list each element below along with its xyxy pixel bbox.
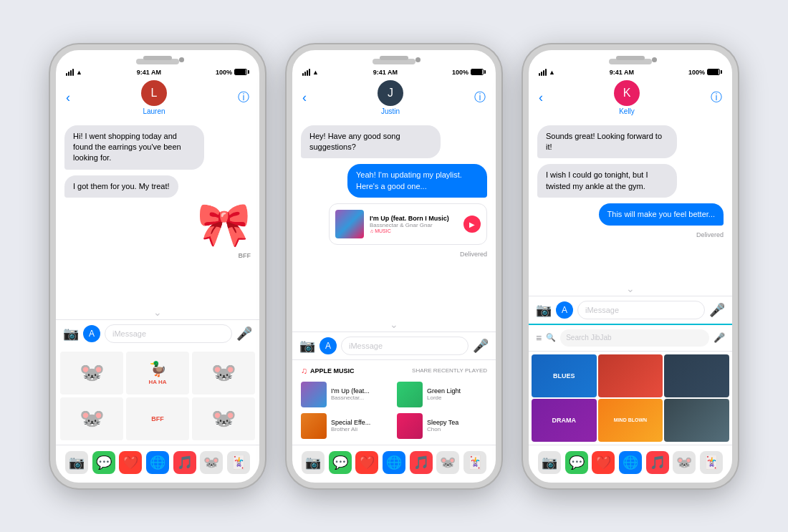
info-button-3[interactable]: ⓘ [711, 90, 722, 105]
message-input-1[interactable]: iMessage [105, 324, 232, 343]
app-dock-1: 📷 💬 ❤️ 🌐 🎵 🐭 🃏 [56, 445, 259, 483]
apps-icon-2[interactable]: A [319, 337, 337, 354]
dock-icon-msg-3[interactable]: 💬 [565, 451, 588, 474]
music-item-thumb-1 [397, 382, 423, 407]
jibjab-cell-1[interactable] [598, 354, 663, 397]
camera-icon-3[interactable]: 📷 [536, 302, 552, 318]
message-input-2[interactable]: iMessage [341, 337, 469, 355]
music-item-0[interactable]: I'm Up (feat... Bassnectar... [301, 382, 391, 407]
jibjab-cell-blues[interactable]: BLUES [532, 354, 597, 397]
contact-avatar-1[interactable]: L Lauren [141, 80, 167, 115]
jibjab-cell-2[interactable] [664, 354, 729, 397]
sticker-cell-3[interactable]: 🐭 [192, 352, 255, 395]
music-item-title-1: Green Light [427, 387, 487, 395]
apps-label-2: A [325, 341, 331, 351]
dock-icon-globe-2[interactable]: 🌐 [383, 451, 405, 474]
wifi-icon-2: ▲ [312, 69, 319, 76]
music-item-artist-3: Chon [427, 426, 487, 432]
avatar-image-2: J [378, 80, 403, 106]
dock-icon-jibjab-2[interactable]: 🃏 [463, 451, 486, 474]
signal-bars-2 [302, 69, 310, 76]
music-item-2[interactable]: Special Effe... Brother Ali [301, 413, 391, 439]
input-placeholder-1: iMessage [112, 329, 146, 338]
dock-icon-mickey-2[interactable]: 🐭 [436, 451, 459, 474]
sticker-cell-2[interactable]: 🦆 HA HA [126, 352, 189, 395]
jibjab-mic-icon[interactable]: 🎤 [713, 332, 725, 343]
dock-icon-msg-1[interactable]: 💬 [92, 451, 115, 474]
dock-icon-camera-1[interactable]: 📷 [65, 451, 88, 474]
mic-icon-2[interactable]: 🎤 [473, 338, 489, 354]
music-item-3[interactable]: Sleepy Tea Chon [397, 413, 487, 439]
phone-lauren: ▲ 9:41 AM 100% ‹ L Lauren ⓘ Hi! I went s… [50, 44, 265, 488]
music-item-artist-1: Lorde [427, 395, 487, 401]
dock-icon-red-3[interactable]: ❤️ [592, 451, 615, 474]
dock-icon-music-2[interactable]: 🎵 [410, 451, 433, 474]
sticker-cell-1[interactable]: 🐭 [60, 352, 123, 395]
apps-icon-3[interactable]: A [556, 301, 573, 319]
delivered-label-3: Delivered [696, 231, 724, 238]
back-button-3[interactable]: ‹ [539, 90, 543, 105]
music-panel-header: ♫ APPLE MUSIC SHARE RECENTLY PLAYED [292, 360, 496, 379]
camera-icon-2[interactable]: 📷 [299, 338, 315, 354]
dock-icon-music-1[interactable]: 🎵 [173, 451, 196, 474]
battery-icon [234, 69, 249, 75]
back-button-2[interactable]: ‹ [302, 90, 307, 105]
dock-icon-jibjab-3[interactable]: 🃏 [700, 451, 723, 474]
info-button-1[interactable]: ⓘ [238, 90, 249, 105]
mic-icon-1[interactable]: 🎤 [236, 326, 252, 342]
message-received-2a: Hey! Have any good song suggestions? [301, 125, 441, 159]
dock-icon-mickey-1[interactable]: 🐭 [200, 451, 223, 474]
phone-speaker [143, 56, 172, 60]
avatar-image-1: L [141, 80, 167, 106]
jibjab-cell-mindblown[interactable]: MIND BLOWN [598, 399, 663, 442]
dock-icon-globe-3[interactable]: 🌐 [619, 451, 642, 474]
sticker-cell-5[interactable]: BFF [126, 397, 189, 440]
dock-icon-globe-1[interactable]: 🌐 [146, 451, 169, 474]
music-card-2[interactable]: I'm Up (feat. Born I Music) Bassnectar &… [329, 203, 487, 245]
music-play-button[interactable]: ▶ [463, 216, 481, 233]
music-item-1[interactable]: Green Light Lorde [397, 382, 487, 407]
nav-bar-2: ‹ J Justin ⓘ [292, 77, 496, 120]
dock-icon-jibjab-1[interactable]: 🃏 [227, 451, 250, 474]
jibjab-cell-5[interactable] [664, 399, 729, 442]
avatar-image-3: K [614, 80, 640, 106]
apple-music-icon: ♫ [301, 366, 307, 376]
nav-bar-1: ‹ L Lauren ⓘ [56, 77, 259, 120]
back-button-1[interactable]: ‹ [66, 90, 70, 105]
jibjab-menu-icon[interactable]: ≡ [536, 332, 542, 344]
camera-icon-1[interactable]: 📷 [63, 326, 79, 342]
contact-avatar-2[interactable]: J Justin [378, 80, 403, 115]
sticker-cell-4[interactable]: 🐭 [60, 397, 123, 440]
jibjab-search-input[interactable]: Search JibJab [560, 329, 709, 347]
apple-music-logo: ♫ APPLE MUSIC [301, 366, 355, 376]
battery-icon-2 [471, 69, 486, 75]
dock-icon-red-2[interactable]: ❤️ [355, 451, 378, 474]
sticker-cell-6[interactable]: 🐭 [192, 397, 255, 440]
dock-icon-music-3[interactable]: 🎵 [646, 451, 669, 474]
message-input-3[interactable]: iMessage [577, 301, 705, 319]
mic-icon-3[interactable]: 🎤 [709, 302, 725, 318]
message-received-3b: I wish I could go tonight, but I twisted… [537, 164, 677, 198]
info-button-2[interactable]: ⓘ [474, 90, 486, 105]
phone-camera [179, 57, 184, 62]
music-item-title-0: I'm Up (feat... [331, 387, 391, 395]
time-2: 9:41 AM [373, 69, 398, 76]
music-item-title-2: Special Effe... [331, 419, 391, 426]
jibjab-cell-drama[interactable]: DRAMA [532, 399, 597, 442]
music-title: I'm Up (feat. Born I Music) [370, 215, 458, 222]
message-sent-2a: Yeah! I'm updating my playlist. Here's a… [347, 164, 487, 198]
input-placeholder-2: iMessage [349, 342, 383, 350]
music-item-thumb-3 [397, 413, 423, 439]
jibjab-content-grid: BLUES DRAMA MIND BLOWN [529, 352, 732, 445]
dock-icon-camera-3[interactable]: 📷 [538, 451, 561, 474]
dock-icon-camera-2[interactable]: 📷 [302, 451, 325, 474]
apps-icon-1[interactable]: A [83, 325, 100, 342]
dock-icon-red-1[interactable]: ❤️ [119, 451, 142, 474]
dock-icon-msg-2[interactable]: 💬 [329, 451, 352, 474]
battery-pct-1: 100% [216, 69, 232, 76]
jibjab-cell-label-3: DRAMA [552, 417, 577, 424]
jibjab-cell-label-0: BLUES [553, 372, 575, 379]
contact-avatar-3[interactable]: K Kelly [614, 80, 640, 115]
dock-icon-mickey-3[interactable]: 🐭 [673, 451, 696, 474]
message-received-1a: Hi! I went shopping today and found the … [64, 125, 204, 170]
